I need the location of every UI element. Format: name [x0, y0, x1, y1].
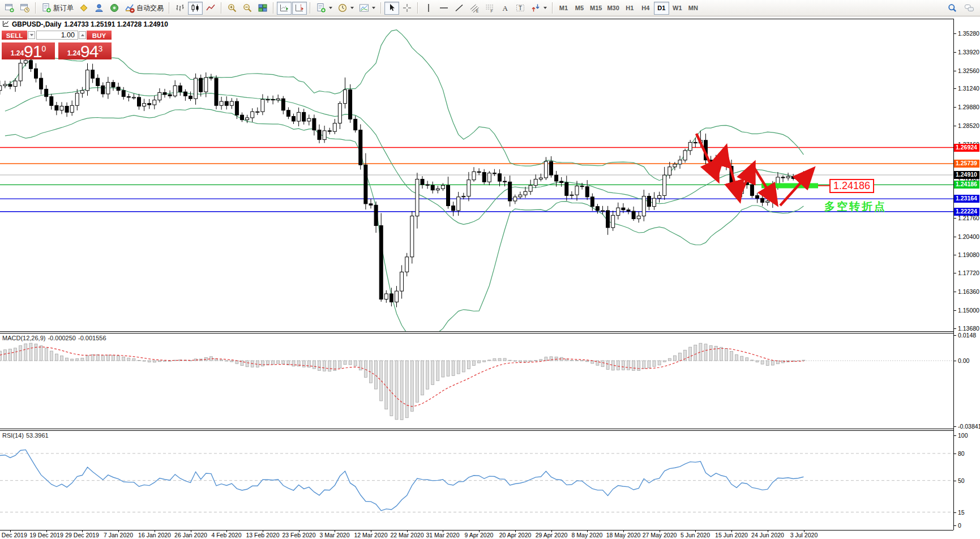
profiles-button[interactable] [18, 2, 32, 15]
timeframe-D1-button[interactable]: D1 [654, 2, 669, 15]
toolbar-separator [273, 2, 274, 14]
main-chart-canvas[interactable]: 1.24186 [0, 19, 953, 331]
bar-chart-button[interactable] [173, 2, 187, 15]
date-label: 5 Jun 2020 [675, 532, 715, 538]
volume-decrease-button[interactable] [28, 31, 35, 39]
new-order-button[interactable]: 新订单 [39, 2, 76, 15]
text-button[interactable]: A [498, 2, 512, 15]
price-tag: 1.25739 [954, 160, 979, 168]
chart-shift-button[interactable] [292, 2, 307, 15]
new-chart-button[interactable] [2, 2, 17, 15]
axis-tick-label: 1.20400 [958, 233, 979, 240]
price-tag: 1.23164 [954, 195, 979, 203]
macd-canvas[interactable] [0, 333, 953, 429]
community-button[interactable] [92, 2, 106, 15]
date-label: 29 Dec 2019 [62, 532, 102, 538]
axis-tick-label: 100 [958, 432, 968, 439]
alerts-button[interactable] [107, 2, 122, 15]
axis-tick-label: 1.19080 [958, 251, 979, 258]
rsi-value: 53.3961 [26, 432, 49, 439]
date-label: 27 May 2020 [640, 532, 679, 538]
new-order-icon [41, 3, 52, 13]
zoom-out-button[interactable] [240, 2, 255, 15]
price-annotation-label: 1.24186 [833, 180, 870, 191]
candlestick-icon [190, 3, 200, 13]
autotrading-icon [125, 3, 135, 13]
date-label: 15 Jun 2020 [712, 532, 751, 538]
fibonacci-button[interactable]: F [482, 2, 497, 15]
sell-price-small: 1.24 [11, 49, 24, 57]
buy-price-display[interactable]: 1.24 94 3 [58, 42, 112, 59]
timeframe-M30-button[interactable]: M30 [605, 2, 621, 15]
autotrading-button[interactable]: 自动交易 [122, 2, 166, 15]
text-label-button[interactable]: T [513, 2, 528, 15]
axis-border [953, 19, 954, 530]
trend-arrow[interactable] [725, 149, 739, 198]
crosshair-button[interactable] [400, 2, 414, 15]
chart-shift-icon [294, 3, 305, 13]
axis-tick-label: 1.33920 [958, 49, 979, 55]
indicators-button[interactable] [314, 2, 335, 15]
zoom-in-button[interactable] [225, 2, 239, 15]
svg-text:E: E [476, 9, 479, 13]
timeframe-M1-button[interactable]: M1 [556, 2, 571, 15]
rsi-canvas[interactable] [0, 431, 953, 530]
axis-tick-label: 1.28520 [958, 122, 979, 129]
volume-increase-button[interactable] [79, 31, 86, 39]
cursor-button[interactable] [384, 2, 399, 15]
spinner-down-icon [30, 34, 33, 36]
timeframe-W1-button[interactable]: W1 [670, 2, 685, 15]
equidistant-channel-button[interactable]: E [467, 2, 482, 15]
price-tag: 1.24186 [954, 181, 979, 189]
volume-input[interactable] [36, 31, 78, 40]
candlestick-button[interactable] [188, 2, 203, 15]
zoom-out-icon [242, 3, 253, 13]
chart-window[interactable]: 1.24186 GBPUSD-,Daily 1.24733 1.25191 1.… [0, 16, 980, 539]
sell-button[interactable]: SELL [2, 31, 27, 40]
metaeditor-button[interactable] [76, 2, 91, 15]
axis-tick-label: 1.29880 [958, 104, 979, 110]
support-highlight-bar[interactable] [761, 183, 818, 189]
date-label: 29 Apr 2020 [532, 532, 571, 538]
macd-pane[interactable] [0, 333, 953, 431]
macd-name: MACD(12,26,9) [2, 335, 45, 341]
timeframe-MN-button[interactable]: MN [686, 2, 701, 15]
trendline-button[interactable] [452, 2, 467, 15]
rsi-pane[interactable] [0, 431, 953, 532]
horizontal-line-button[interactable] [436, 2, 451, 15]
arrows-button[interactable] [528, 2, 549, 15]
vertical-line-button[interactable] [421, 2, 436, 15]
date-label: 9 Apr 2020 [459, 532, 499, 538]
tile-windows-button[interactable] [255, 2, 270, 15]
line-chart-button[interactable] [203, 2, 218, 15]
toolbar-separator [221, 2, 222, 14]
cursor-icon [387, 3, 397, 13]
buy-button[interactable]: BUY [87, 31, 112, 40]
periods-button[interactable] [335, 2, 356, 15]
rsi-label: RSI(14)53.3961 [2, 432, 51, 439]
date-label: 26 Jan 2020 [171, 532, 211, 538]
ohlc-values: 1.24733 1.25191 1.24728 1.24910 [64, 20, 168, 28]
timeframe-M5-button[interactable]: M5 [572, 2, 587, 15]
axis-tick-label: 1.21760 [958, 215, 979, 221]
macd-label: MACD(12,26,9)-0.000250-0.001556 [2, 335, 109, 341]
equidistant-channel-icon: E [469, 3, 480, 13]
timeframe-H4-button[interactable]: H4 [638, 2, 653, 15]
axis-tick-label: 1.15000 [958, 307, 979, 314]
arrows-icon [530, 3, 541, 13]
macd-value-main: -0.000250 [48, 335, 76, 341]
chat-button[interactable] [962, 2, 977, 15]
annotation-text[interactable]: 多空转折点 [824, 199, 887, 214]
axis-tick-label: 0.0148 [958, 332, 976, 339]
sell-price-display[interactable]: 1.24 91 0 [2, 42, 55, 59]
timeframe-H1-button[interactable]: H1 [622, 2, 637, 15]
svg-text:F: F [491, 9, 493, 13]
search-button[interactable] [945, 2, 960, 15]
timeframe-M15-button[interactable]: M15 [588, 2, 604, 15]
toolbar-separator [169, 2, 170, 14]
templates-button[interactable] [357, 2, 378, 15]
toolbar-separator [417, 2, 418, 14]
auto-scroll-button[interactable] [277, 2, 292, 15]
main-chart-pane[interactable]: 1.24186 [0, 19, 953, 333]
buy-price-sup: 3 [98, 44, 102, 53]
